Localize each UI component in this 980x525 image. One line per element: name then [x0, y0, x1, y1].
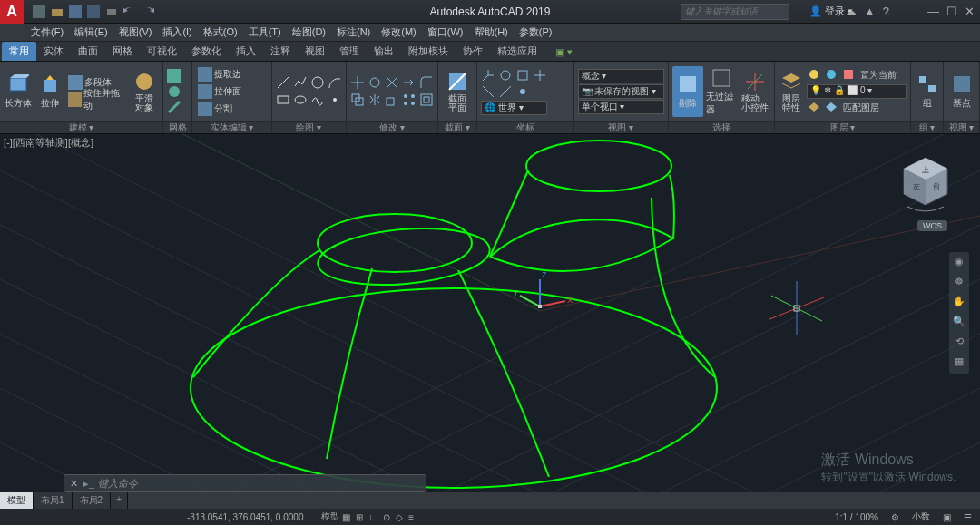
ucs-icon-7[interactable]: [515, 84, 530, 99]
app-logo[interactable]: A: [0, 0, 24, 24]
menu-tools[interactable]: 工具(T): [245, 25, 285, 39]
spline-icon[interactable]: [310, 92, 325, 107]
viewport-combo[interactable]: 单个视口 ▾: [578, 100, 664, 114]
copy-icon[interactable]: [350, 92, 365, 107]
nofilter-button[interactable]: 无过滤器: [706, 66, 737, 117]
layer-icon-1[interactable]: [807, 67, 821, 82]
tab-view[interactable]: 视图: [298, 42, 332, 61]
panel-title-mesh[interactable]: 网格: [163, 121, 191, 133]
open-icon[interactable]: [51, 5, 64, 18]
tab-mesh[interactable]: 网格: [105, 42, 140, 61]
layer-icon-3[interactable]: [841, 67, 856, 82]
snap-toggle[interactable]: ⊞: [353, 512, 366, 522]
polyline-icon[interactable]: [293, 75, 308, 90]
tab-annotate[interactable]: 注释: [263, 42, 298, 61]
ellipse-icon[interactable]: [293, 92, 308, 107]
line-icon[interactable]: [276, 75, 290, 90]
tab-expand-icon[interactable]: ▣ ▾: [548, 44, 580, 61]
rotate-icon[interactable]: [368, 75, 382, 90]
orbit-icon[interactable]: ⟲: [952, 335, 966, 350]
mesh-icon-3[interactable]: [167, 100, 181, 114]
presspull-button[interactable]: 按住并拖动: [66, 92, 127, 108]
panel-title-select[interactable]: 选择: [669, 121, 774, 133]
array-icon[interactable]: [402, 92, 416, 107]
matchlayer-button[interactable]: 匹配图层: [841, 100, 881, 116]
showmotion-icon[interactable]: ▦: [952, 355, 966, 370]
scale-icon[interactable]: [385, 92, 399, 107]
box-button[interactable]: 长方体: [4, 66, 33, 117]
lwt-toggle[interactable]: ≡: [406, 512, 416, 522]
layer-icon-5[interactable]: [824, 100, 838, 114]
zoom-icon[interactable]: 🔍: [952, 316, 966, 330]
layer-icon-4[interactable]: [807, 100, 821, 114]
scale-button[interactable]: 1:1 / 100%: [832, 512, 881, 522]
menu-insert[interactable]: 插入(I): [159, 25, 195, 39]
panel-title-view[interactable]: 视图 ▾: [574, 121, 668, 133]
osnap-toggle[interactable]: ◇: [393, 512, 406, 522]
trim-icon[interactable]: [385, 75, 399, 90]
menu-view[interactable]: 视图(V): [115, 25, 156, 39]
panel-title-layer[interactable]: 图层 ▾: [775, 121, 910, 133]
print-icon[interactable]: [105, 5, 118, 18]
layer-combo[interactable]: 💡 ❄ 🔒 ⬜ 0 ▾: [807, 84, 906, 99]
ucs-icon-2[interactable]: [498, 68, 513, 83]
minimize-icon[interactable]: —: [927, 5, 939, 18]
tab-manage[interactable]: 管理: [332, 42, 367, 61]
world-combo[interactable]: 🌐 世界 ▾: [481, 101, 547, 115]
fillet-icon[interactable]: [419, 75, 434, 90]
model-space-button[interactable]: 模型: [321, 510, 339, 523]
save-icon[interactable]: [69, 5, 82, 18]
tab-parametric[interactable]: 参数化: [184, 42, 229, 61]
share-icon[interactable]: ▲: [864, 5, 876, 18]
panel-title-solidedit[interactable]: 实体编辑 ▾: [192, 121, 270, 133]
saveas-icon[interactable]: [87, 5, 100, 18]
viewport-label[interactable]: [-][西南等轴测][概念]: [4, 136, 93, 150]
menu-dimension[interactable]: 标注(N): [333, 25, 374, 39]
ucs-icon-4[interactable]: [533, 68, 547, 83]
cmd-close-icon[interactable]: ✕: [70, 478, 78, 490]
group-button[interactable]: 组: [915, 66, 939, 117]
move-icon[interactable]: [350, 75, 365, 90]
tab-output[interactable]: 输出: [367, 42, 401, 61]
viewport[interactable]: [-][西南等轴测][概念]: [0, 134, 980, 492]
new-icon[interactable]: [33, 5, 45, 18]
circle-icon[interactable]: [310, 75, 325, 90]
undo-icon[interactable]: [123, 5, 136, 18]
extract-edge-button[interactable]: 提取边: [196, 66, 243, 83]
extrude-face-button[interactable]: 拉伸面: [196, 83, 243, 100]
help-icon[interactable]: ?: [883, 5, 889, 18]
panel-title-build[interactable]: 建模 ▾: [0, 121, 162, 133]
pan-icon[interactable]: ✋: [952, 296, 966, 310]
menu-file[interactable]: 文件(F): [27, 25, 67, 39]
menu-edit[interactable]: 编辑(E): [71, 25, 112, 39]
tab-insert[interactable]: 插入: [229, 42, 263, 61]
panel-title-coord[interactable]: 坐标: [477, 121, 573, 133]
arc-icon[interactable]: [328, 75, 342, 90]
panel-title-section[interactable]: 截面 ▾: [438, 121, 477, 133]
cull-button[interactable]: 剔除: [672, 66, 703, 117]
command-line[interactable]: ✕ ▸_ 键入命令: [64, 474, 426, 492]
redo-icon[interactable]: [142, 5, 154, 18]
close-icon[interactable]: ✕: [965, 5, 975, 18]
section-button[interactable]: 截面 平面: [442, 66, 473, 117]
panel-title-modify[interactable]: 修改 ▾: [347, 121, 437, 133]
rect-icon[interactable]: [276, 92, 290, 107]
tab-collab[interactable]: 协作: [456, 42, 490, 61]
tab-layout2[interactable]: 布局2: [73, 492, 112, 509]
drawing-canvas[interactable]: X Y Z: [0, 134, 980, 492]
layerprops-button[interactable]: 图层 特性: [779, 66, 804, 117]
search-input[interactable]: [681, 4, 789, 20]
gizmo-button[interactable]: 移动 小控件: [740, 66, 770, 117]
tab-model[interactable]: 模型: [0, 492, 34, 509]
tab-featured[interactable]: 精选应用: [490, 42, 544, 61]
viewcube[interactable]: 左 前 上: [898, 152, 953, 216]
layer-icon-2[interactable]: [824, 67, 838, 82]
clean-icon[interactable]: ☰: [961, 512, 975, 522]
menu-window[interactable]: 窗口(W): [424, 25, 467, 39]
panel-title-group[interactable]: 组 ▾: [911, 121, 943, 133]
menu-draw[interactable]: 绘图(D): [289, 25, 329, 39]
tab-visualize[interactable]: 可视化: [140, 42, 184, 61]
fullnav-icon[interactable]: ◉: [952, 256, 966, 270]
ortho-toggle[interactable]: ∟: [366, 512, 380, 522]
gear-icon[interactable]: ⚙: [888, 512, 902, 522]
